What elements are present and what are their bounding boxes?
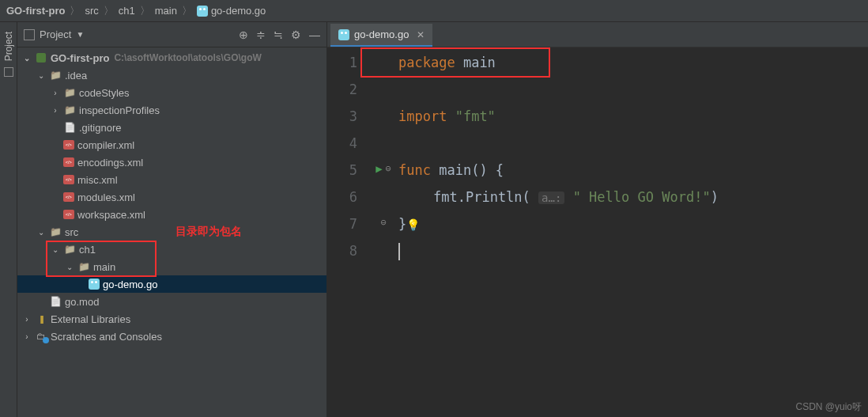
gutter: 1 2 3 4 5 6 7 8 <box>327 47 372 417</box>
tree-external-libs[interactable]: › External Libraries <box>17 310 326 328</box>
folder-icon <box>63 87 76 98</box>
intention-bulb-icon[interactable]: 💡 <box>406 218 420 231</box>
tree-folder[interactable]: › codeStyles <box>17 84 326 101</box>
tree-label: ch1 <box>79 244 96 256</box>
tree-file[interactable]: · compiler.xml <box>17 136 326 154</box>
file-icon <box>63 122 76 133</box>
go-file-icon <box>338 29 349 40</box>
code-area[interactable]: package main import "fmt" func main() { … <box>372 47 868 417</box>
file-icon <box>49 296 62 307</box>
crumb[interactable]: go-demo.go <box>211 5 266 17</box>
structure-tool-icon[interactable] <box>4 67 13 77</box>
tree-label: GO-first-pro <box>51 52 109 64</box>
xml-icon <box>63 157 74 167</box>
punct: } <box>398 216 406 232</box>
breadcrumb: GO-first-pro 〉 src 〉 ch1 〉 main 〉 go-dem… <box>0 0 868 22</box>
line-number: 5 <box>327 157 357 184</box>
folder-icon <box>49 70 62 81</box>
xml-icon <box>63 175 74 184</box>
tree-file[interactable]: · modules.xml <box>17 188 326 206</box>
text-caret <box>398 243 400 260</box>
tree-label: go.mod <box>65 296 99 308</box>
line-number: 8 <box>327 237 357 264</box>
tree-file[interactable]: · misc.xml <box>17 171 326 188</box>
tree-label: Scratches and Consoles <box>51 331 162 343</box>
libraries-icon <box>35 313 47 324</box>
identifier: main <box>463 55 496 70</box>
keyword: import <box>398 108 447 124</box>
line-number: 7 <box>327 210 357 237</box>
tree-label: .gitignore <box>79 122 121 134</box>
crumb[interactable]: ch1 <box>119 5 135 17</box>
hide-panel-icon[interactable]: — <box>309 28 320 41</box>
line-number: 6 <box>327 184 357 210</box>
tree-folder-idea[interactable]: ⌄ .idea <box>17 66 326 84</box>
settings-gear-icon[interactable]: ⚙ <box>291 28 301 41</box>
punct: () { <box>471 162 504 178</box>
tree-label: inspectionProfiles <box>79 104 160 116</box>
tree-folder[interactable]: › inspectionProfiles <box>17 101 326 119</box>
project-tree[interactable]: ⌄ GO-first-pro C:\asoftWorktool\atools\G… <box>17 47 326 417</box>
call-expr: fmt.Println( <box>433 189 530 205</box>
tree-label: misc.xml <box>77 174 118 186</box>
line-number: 3 <box>327 103 357 130</box>
tree-file-selected[interactable]: · go-demo.go <box>17 275 326 293</box>
keyword: package <box>398 55 455 70</box>
tree-scratches[interactable]: › Scratches and Consoles <box>17 328 326 345</box>
tree-file[interactable]: · .gitignore <box>17 119 326 136</box>
crumb[interactable]: src <box>85 5 98 17</box>
expand-all-icon[interactable]: ≑ <box>256 28 266 41</box>
xml-icon <box>63 140 74 150</box>
project-tool-tab[interactable]: Project <box>3 32 14 61</box>
tree-label: go-demo.go <box>103 279 157 290</box>
project-panel-header: Project ▼ ⊕ ≑ ≒ ⚙ — <box>17 22 326 47</box>
editor-tab-active[interactable]: go-demo.go ✕ <box>330 24 432 47</box>
close-tab-icon[interactable]: ✕ <box>417 29 425 40</box>
crumb-sep: 〉 <box>104 4 114 18</box>
tree-label: compiler.xml <box>77 139 134 151</box>
tree-label: codeStyles <box>79 87 130 99</box>
tree-root[interactable]: ⌄ GO-first-pro C:\asoftWorktool\atools\G… <box>17 49 326 66</box>
module-icon <box>35 52 47 63</box>
folder-icon <box>63 244 76 255</box>
root-path: C:\asoftWorktool\atools\GO\goW <box>114 52 261 63</box>
crumb[interactable]: main <box>155 5 177 17</box>
project-panel: Project ▼ ⊕ ≑ ≒ ⚙ — ⌄ GO-first-pro C:\as… <box>17 22 327 417</box>
scratches-icon <box>35 331 47 342</box>
collapse-panel-icon[interactable] <box>24 29 35 40</box>
watermark: CSDN @yuio呀 <box>795 400 862 414</box>
string-literal: "fmt" <box>455 108 496 124</box>
line-number: 1 <box>327 49 357 76</box>
punct: ) <box>711 189 719 205</box>
tree-label: modules.xml <box>77 191 135 203</box>
tree-label: External Libraries <box>51 313 130 325</box>
crumb-sep: 〉 <box>182 4 192 18</box>
panel-title: Project <box>40 28 71 40</box>
identifier: main <box>439 162 471 178</box>
go-file-icon <box>197 6 208 17</box>
tree-file[interactable]: · encodings.xml <box>17 154 326 171</box>
tree-label: src <box>65 226 78 238</box>
dropdown-icon[interactable]: ▼ <box>76 30 84 39</box>
inline-param-hint: a…: <box>538 191 564 204</box>
string-literal: " Hello GO Word!" <box>573 189 711 205</box>
tree-folder-main[interactable]: ⌄ main <box>17 258 326 275</box>
line-number: 2 <box>327 76 357 103</box>
editor-body[interactable]: 1 2 3 4 5 6 7 8 ▶⊖ ⊖ package main <box>327 47 868 417</box>
tree-file-gomod[interactable]: · go.mod <box>17 293 326 310</box>
folder-icon <box>49 226 62 237</box>
folder-icon <box>77 261 90 272</box>
tree-file[interactable]: · workspace.xml <box>17 206 326 223</box>
xml-icon <box>63 192 74 202</box>
crumb[interactable]: GO-first-pro <box>6 5 65 17</box>
tree-label: encodings.xml <box>77 157 143 169</box>
tab-label: go-demo.go <box>354 28 409 40</box>
xml-icon <box>63 210 74 219</box>
tree-folder-ch1[interactable]: ⌄ ch1 <box>17 241 326 258</box>
tree-folder-src[interactable]: ⌄ src <box>17 223 326 241</box>
tree-label: workspace.xml <box>77 209 145 221</box>
crumb-sep: 〉 <box>140 4 150 18</box>
collapse-all-icon[interactable]: ≒ <box>274 28 283 41</box>
editor-tabbar: go-demo.go ✕ <box>327 22 868 47</box>
locate-icon[interactable]: ⊕ <box>239 28 248 41</box>
